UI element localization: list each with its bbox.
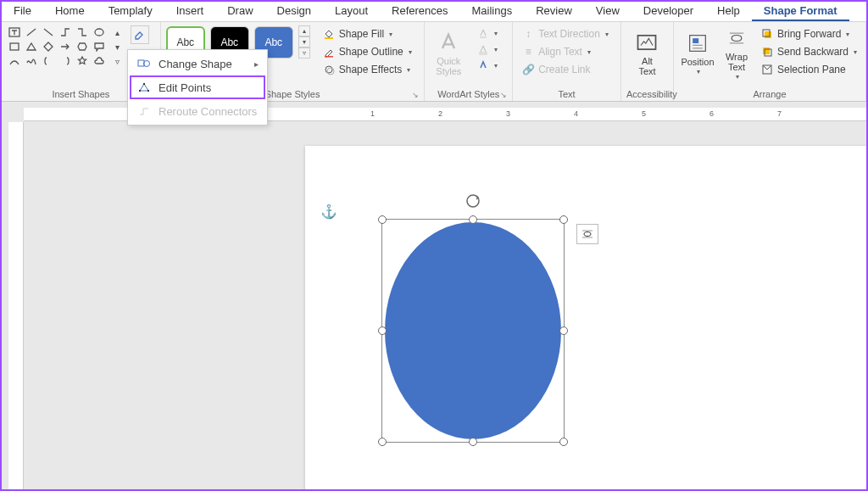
shape-cloud-icon[interactable] xyxy=(92,54,107,68)
bucket-icon xyxy=(322,27,336,41)
tab-file[interactable]: File xyxy=(2,2,43,21)
tab-mailings[interactable]: Mailings xyxy=(460,2,525,21)
edit-points-icon xyxy=(136,81,152,94)
resize-handle-tl[interactable] xyxy=(378,215,387,224)
ribbon-tabs: File Home Templafy Insert Draw Design La… xyxy=(2,2,866,22)
shape-arrow-icon[interactable] xyxy=(58,40,73,53)
chevron-down-icon: ▾ xyxy=(407,66,410,74)
shape-star-icon[interactable] xyxy=(75,54,90,68)
tab-help[interactable]: Help xyxy=(705,2,752,21)
anchor-icon[interactable]: ⚓ xyxy=(320,204,337,220)
layout-options-button[interactable] xyxy=(576,224,598,244)
group-label-arrange: Arrange xyxy=(679,87,860,100)
resize-handle-tr[interactable] xyxy=(559,215,568,224)
svg-rect-15 xyxy=(763,47,770,54)
shape-curve-icon[interactable] xyxy=(7,54,22,68)
text-direction-button[interactable]: ↕ Text Direction▾ xyxy=(518,25,612,42)
svg-rect-4 xyxy=(325,37,333,39)
shape-connector-icon[interactable] xyxy=(58,25,73,39)
group-accessibility: Alt Text Accessibility xyxy=(621,22,674,101)
position-button[interactable]: Position ▾ xyxy=(679,25,716,81)
rotate-handle[interactable] xyxy=(465,192,481,209)
reroute-connectors-item: Reroute Connectors xyxy=(130,99,265,123)
shape-diamond-icon[interactable] xyxy=(41,40,56,53)
group-label-accessibility: Accessibility xyxy=(626,87,668,100)
shape-speech-icon[interactable] xyxy=(92,40,107,53)
tab-home[interactable]: Home xyxy=(43,2,97,21)
resize-handle-ml[interactable] xyxy=(378,326,387,335)
resize-handle-mr[interactable] xyxy=(559,326,568,335)
shape-line2-icon[interactable] xyxy=(41,25,56,39)
tab-developer[interactable]: Developer xyxy=(632,2,705,21)
shape-rect-icon[interactable] xyxy=(7,40,22,53)
shapes-scroll-down-icon[interactable]: ▾ xyxy=(110,40,124,53)
wrap-text-button[interactable]: Wrap Text ▾ xyxy=(718,25,755,81)
resize-handle-br[interactable] xyxy=(559,438,568,446)
bring-forward-icon xyxy=(760,27,774,41)
shape-connector2-icon[interactable] xyxy=(75,25,90,39)
align-text-icon: ≡ xyxy=(521,45,535,59)
bring-forward-button[interactable]: Bring Forward▾ xyxy=(757,25,860,42)
tab-view[interactable]: View xyxy=(584,2,632,21)
shape-outline-button[interactable]: Shape Outline▾ xyxy=(319,43,415,60)
shapes-more-icon[interactable]: ▿ xyxy=(110,54,124,68)
shape-brace-icon[interactable] xyxy=(41,54,56,68)
quick-styles-button[interactable]: Quick Styles xyxy=(430,25,467,81)
styles-scroll-down-icon[interactable]: ▾ xyxy=(298,36,310,47)
change-shape-icon xyxy=(136,57,152,70)
svg-rect-9 xyxy=(480,53,487,54)
text-fill-button[interactable]: ▾ xyxy=(474,25,501,41)
tab-shape-format[interactable]: Shape Format xyxy=(752,2,849,21)
shape-hexagon-icon[interactable] xyxy=(75,40,90,53)
shapes-gallery[interactable] xyxy=(7,25,107,68)
edit-points-item[interactable]: Edit Points xyxy=(130,75,265,99)
text-outline-button[interactable]: ▾ xyxy=(474,42,501,57)
svg-rect-12 xyxy=(693,38,698,43)
dialog-launcher-icon[interactable]: ↘ xyxy=(500,91,509,99)
shape-line-icon[interactable] xyxy=(24,25,39,39)
tab-review[interactable]: Review xyxy=(524,2,584,21)
svg-point-6 xyxy=(326,66,332,73)
resize-handle-tm[interactable] xyxy=(469,215,477,224)
text-effects-button[interactable]: ▾ xyxy=(474,58,501,73)
shape-fill-button[interactable]: Shape Fill▾ xyxy=(319,25,415,42)
svg-rect-5 xyxy=(325,56,333,58)
tab-references[interactable]: References xyxy=(380,2,459,21)
shape-oval-icon[interactable] xyxy=(92,25,107,39)
shape-freeform-icon[interactable] xyxy=(24,54,39,68)
tab-templafy[interactable]: Templafy xyxy=(97,2,164,21)
change-shape-item[interactable]: Change Shape ▸ xyxy=(130,52,265,75)
svg-rect-21 xyxy=(143,83,145,85)
selection-bounding-box xyxy=(381,219,565,443)
resize-handle-bl[interactable] xyxy=(378,438,387,446)
styles-scroll-up-icon[interactable]: ▴ xyxy=(298,25,310,36)
svg-point-7 xyxy=(327,68,334,75)
svg-rect-20 xyxy=(139,90,141,92)
svg-rect-13 xyxy=(765,31,771,38)
vertical-ruler[interactable] xyxy=(8,122,24,489)
resize-handle-bm[interactable] xyxy=(469,438,477,446)
tab-design[interactable]: Design xyxy=(265,2,323,21)
edit-shape-button[interactable] xyxy=(131,25,149,44)
shapes-scroll-up-icon[interactable]: ▴ xyxy=(110,25,124,39)
pen-icon xyxy=(322,45,336,59)
svg-point-1 xyxy=(95,29,103,36)
shape-brace2-icon[interactable] xyxy=(58,54,73,68)
tab-layout[interactable]: Layout xyxy=(323,2,380,21)
svg-rect-18 xyxy=(138,60,144,66)
styles-more-icon[interactable]: ▿ xyxy=(298,47,310,59)
tab-insert[interactable]: Insert xyxy=(164,2,216,21)
chevron-down-icon: ▾ xyxy=(736,74,739,81)
alt-text-button[interactable]: Alt Text xyxy=(628,25,665,81)
create-link-button[interactable]: 🔗 Create Link xyxy=(518,61,612,78)
send-backward-button[interactable]: Send Backward▾ xyxy=(757,43,860,60)
shape-triangle-icon[interactable] xyxy=(24,40,39,53)
selection-pane-button[interactable]: Selection Pane xyxy=(757,61,860,78)
edit-shape-dropdown: Change Shape ▸ Edit Points Reroute Conne… xyxy=(127,49,268,126)
shape-effects-button[interactable]: Shape Effects▾ xyxy=(319,61,415,78)
tab-draw[interactable]: Draw xyxy=(215,2,264,21)
group-label-text: Text xyxy=(518,87,615,100)
dialog-launcher-icon[interactable]: ↘ xyxy=(412,91,420,99)
shape-textbox-icon[interactable] xyxy=(7,25,22,39)
align-text-button[interactable]: ≡ Align Text▾ xyxy=(518,43,612,60)
